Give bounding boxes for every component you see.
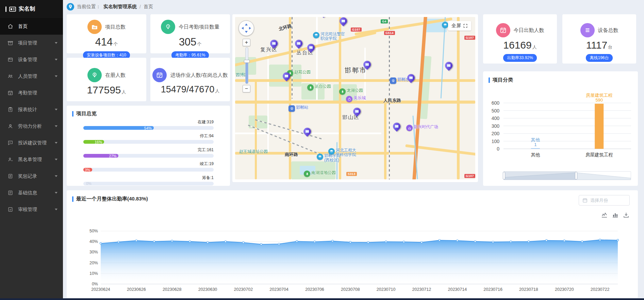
stat-card-title: 今日出勤人数 xyxy=(514,27,544,34)
sidebar-item-project[interactable]: 项目管理 xyxy=(0,35,63,51)
map-canvas[interactable]: + − 全屏 邯郸市复兴区丛台区邯山区北环路人民东路南环路赵王城遗址公园园博园 … xyxy=(235,17,475,179)
overview-bar-zero-label: 0% xyxy=(86,181,92,186)
overview-bar-track: 0% xyxy=(83,182,214,186)
map-road xyxy=(457,17,460,179)
datazoom-right-handle[interactable] xyxy=(575,172,577,179)
map-zoom-slider[interactable] xyxy=(245,47,248,84)
map-zoom-slider-fill xyxy=(246,61,248,84)
overview-bar-track: 3% xyxy=(83,168,214,172)
map-panel: + − 全屏 邯郸市复兴区丛台区邯山区北环路人民东路南环路赵王城遗址公园园博园 … xyxy=(232,14,478,182)
breadcrumb-root[interactable]: 实名制管理系统 xyxy=(103,4,137,10)
svg-text:400: 400 xyxy=(492,116,500,121)
svg-text:50%: 50% xyxy=(89,229,98,233)
datazoom-left-handle[interactable] xyxy=(503,172,505,179)
sidebar-item-report[interactable]: 报表统计 xyxy=(0,101,63,118)
device-icon xyxy=(7,57,13,63)
stat-card-title: 今日考勤项目数量 xyxy=(179,24,219,30)
overview-bar-track: 54% xyxy=(83,126,214,130)
svg-text:20230708: 20230708 xyxy=(341,287,360,292)
road-number-badge: G4 xyxy=(381,19,388,23)
map-poi: 新兴时代广场 xyxy=(406,125,438,131)
sidebar-item-home[interactable]: 首页 xyxy=(0,18,63,35)
project-category-title-text: 项目分类 xyxy=(493,77,513,83)
overview-row-label: 停工:94 xyxy=(83,133,214,139)
map-poi-label: 河北司法警官职业学院 xyxy=(320,32,345,41)
map-zoom-slider-handle[interactable] xyxy=(244,60,250,63)
brand-divider xyxy=(5,6,6,12)
project-category-panel: 项目分类 0100200300400500600其他1其他房屋建筑工程590房屋… xyxy=(483,71,638,186)
project-overview-title-text: 项目总览 xyxy=(76,110,97,117)
sidebar-item-label: 基础信息 xyxy=(18,190,37,196)
road-number-badge: G107 xyxy=(351,28,362,32)
sidebar-item-complaint[interactable]: 投诉建议管理 xyxy=(0,135,63,151)
breadcrumb-prefix: 当前位置： xyxy=(77,4,101,10)
chevron-down-icon xyxy=(55,192,57,194)
map-poi: 赵苑公园 xyxy=(287,70,311,76)
project-map-pin[interactable] xyxy=(293,38,304,49)
chevron-down-icon xyxy=(55,42,57,44)
map-fullscreen-button[interactable]: 全屏 xyxy=(448,21,471,31)
svg-text:20230704: 20230704 xyxy=(269,287,288,292)
attendance-panel: 最近一个月整体出勤率(40.83%) 选择月份 0%10%20%30%40%50… xyxy=(67,190,638,298)
map-poi-label: 美乐城 xyxy=(353,96,366,100)
chevron-down-icon xyxy=(55,175,57,177)
overview-bar-track: 27% xyxy=(83,154,214,158)
stat-card-title: 进场作业人数/在岗总人数 xyxy=(170,72,228,78)
svg-text:1: 1 xyxy=(534,142,536,147)
chevron-down-icon xyxy=(55,142,57,144)
svg-text:20230710: 20230710 xyxy=(377,287,396,292)
road-number-badge: S313 xyxy=(346,172,357,176)
station-icon xyxy=(288,105,295,112)
sidebar-item-baseinfo[interactable]: 基础信息 xyxy=(0,184,63,201)
project-overview-panel: 项目总览 在建:319 54%停工:94 16%完工:161 27%竣工:19 … xyxy=(67,106,230,186)
stat-card-badge: 出勤率33.92% xyxy=(503,54,537,62)
breadcrumb-separator: / xyxy=(139,4,141,10)
stat-card-value: 305个 xyxy=(150,36,230,48)
audit-icon xyxy=(7,207,13,212)
map-poi: 南湖湿地公园 xyxy=(304,171,336,177)
chart-datazoom-slider[interactable] xyxy=(503,171,631,180)
sidebar-item-blacklist[interactable]: 黑名单管理 xyxy=(0,151,63,168)
mall-icon xyxy=(346,96,352,102)
road-number-badge: G514 xyxy=(384,31,395,35)
overview-row: 完工:161 27% xyxy=(83,147,214,158)
sidebar-item-attendance[interactable]: 考勤管理 xyxy=(0,85,63,101)
stat-card-value: 16169人 xyxy=(483,39,557,51)
sidebar-item-device[interactable]: 设备管理 xyxy=(0,51,63,68)
overview-row: 在建:319 54% xyxy=(83,119,214,130)
sidebar-item-label: 奖惩记录 xyxy=(18,173,37,179)
sidebar-item-audit[interactable]: 审核管理 xyxy=(0,201,63,218)
folder-icon xyxy=(87,20,102,34)
blacklist-icon xyxy=(7,157,13,162)
map-poi-label: 丛台公园 xyxy=(315,84,331,89)
datazoom-selected-range[interactable] xyxy=(504,172,576,180)
map-compass-control[interactable] xyxy=(238,20,254,36)
svg-text:其他: 其他 xyxy=(531,152,540,157)
stat-card-value: 414个 xyxy=(67,36,146,48)
id-card-icon xyxy=(9,6,16,12)
map-zoom-in-button[interactable]: + xyxy=(243,39,250,46)
brand-title: 实名制 xyxy=(19,5,35,13)
project-icon xyxy=(7,40,13,46)
sidebar: 实名制 首页项目管理设备管理人员管理考勤管理报表统计劳动力分析投诉建议管理黑名单… xyxy=(0,0,63,300)
sidebar-item-labor[interactable]: 劳动力分析 xyxy=(0,118,63,135)
attendance-icon xyxy=(7,90,13,96)
map-zoom-out-button[interactable]: − xyxy=(243,85,250,92)
sidebar-item-reward[interactable]: 奖惩记录 xyxy=(0,168,63,184)
map-area-label: 赵王城遗址公园 xyxy=(239,149,268,155)
svg-text:20230706: 20230706 xyxy=(305,287,324,292)
svg-text:20230722: 20230722 xyxy=(591,287,610,292)
sidebar-item-people[interactable]: 人员管理 xyxy=(0,68,63,85)
overview-bar-track: 16% xyxy=(83,140,214,144)
project-map-pin[interactable] xyxy=(391,121,402,131)
map-fullscreen-label: 全屏 xyxy=(451,23,461,29)
map-road xyxy=(364,48,366,102)
project-map-pin[interactable] xyxy=(318,17,329,18)
project-map-pin[interactable] xyxy=(443,60,454,71)
map-poi-label: 河北工程大学科信学院 xyxy=(336,148,356,157)
breadcrumb-current[interactable]: 首页 xyxy=(144,4,153,10)
svg-text:0%: 0% xyxy=(92,282,98,286)
svg-text:其他: 其他 xyxy=(531,137,540,142)
stat-card-title: 在册人数 xyxy=(105,72,126,78)
map-poi: 美乐城 xyxy=(346,96,366,102)
